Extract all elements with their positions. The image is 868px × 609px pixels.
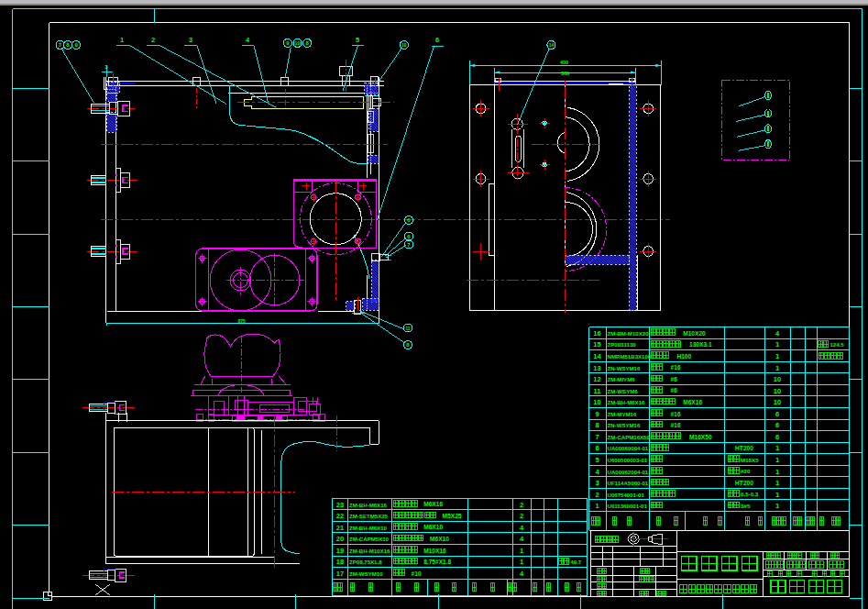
svg-text:8: 8 <box>595 421 599 429</box>
svg-text:23: 23 <box>336 501 344 509</box>
svg-text:1: 1 <box>775 364 779 372</box>
svg-text:1: 1 <box>775 444 779 452</box>
svg-text:#16: #16 <box>671 411 681 417</box>
svg-text:UA00062004-01: UA00062004-01 <box>608 469 649 475</box>
svg-text:6: 6 <box>435 36 439 44</box>
svg-text:49.7: 49.7 <box>571 559 582 565</box>
svg-text:1: 1 <box>775 468 779 476</box>
svg-text:M6X16: M6X16 <box>683 399 702 405</box>
svg-text:15: 15 <box>593 340 600 349</box>
svg-text:16: 16 <box>593 329 600 338</box>
svg-text:HT200: HT200 <box>735 480 753 486</box>
svg-text:6: 6 <box>775 410 779 418</box>
svg-text:10: 10 <box>774 387 781 395</box>
svg-text:5: 5 <box>595 456 599 464</box>
svg-text:6: 6 <box>595 444 599 452</box>
svg-text:360: 360 <box>561 71 569 76</box>
svg-text:8.75#X1.8: 8.75#X1.8 <box>423 559 451 565</box>
svg-text:1: 1 <box>775 491 779 499</box>
svg-text:10: 10 <box>295 41 301 46</box>
svg-text:6: 6 <box>775 421 779 429</box>
svg-text:11: 11 <box>405 327 410 331</box>
svg-text:1: 1 <box>775 352 779 360</box>
svg-text:13: 13 <box>593 364 600 372</box>
svg-text:1: 1 <box>520 558 523 566</box>
svg-text:3#5: 3#5 <box>741 503 751 509</box>
svg-text:6: 6 <box>775 433 779 441</box>
svg-text:H100: H100 <box>676 353 691 360</box>
svg-text:2: 2 <box>595 491 599 499</box>
svg-text:ZN-WSYM16: ZN-WSYM16 <box>608 422 641 428</box>
svg-text:1: 1 <box>775 456 779 464</box>
svg-text:1: 1 <box>595 502 599 510</box>
svg-text:HT200: HT200 <box>735 445 753 451</box>
svg-text:ZM-BH-M10X16: ZM-BH-M10X16 <box>349 548 390 554</box>
svg-text:ZP0031130: ZP0031130 <box>608 341 637 348</box>
svg-text:U600500003-01: U600500003-01 <box>608 457 648 463</box>
svg-text:2: 2 <box>151 36 155 44</box>
svg-text:21: 21 <box>336 524 344 532</box>
svg-text:9: 9 <box>595 410 599 418</box>
svg-text:U011360001-01: U011360001-01 <box>608 503 648 509</box>
svg-text:ZN-WSYM16: ZN-WSYM16 <box>608 365 641 371</box>
svg-text:11: 11 <box>594 387 601 395</box>
svg-text:ZM-SETM5X25: ZM-SETM5X25 <box>349 513 389 519</box>
svg-text:0.5-0.3: 0.5-0.3 <box>741 491 759 497</box>
svg-text:20: 20 <box>336 535 344 543</box>
svg-text:ZM-WSYM6: ZM-WSYM6 <box>608 388 639 394</box>
svg-text:875: 875 <box>238 318 247 324</box>
svg-text:1: 1 <box>775 340 779 349</box>
svg-text:ZM-WSYM10: ZM-WSYM10 <box>349 570 383 577</box>
svg-text:#10: #10 <box>412 570 422 577</box>
svg-text:ZP08.75X1.8: ZP08.75X1.8 <box>349 559 382 565</box>
svg-text:10: 10 <box>401 43 407 48</box>
svg-text:ZM-MIYM6: ZM-MIYM6 <box>608 376 636 382</box>
svg-text:#6: #6 <box>671 376 678 382</box>
svg-text:1: 1 <box>775 479 779 487</box>
svg-text:#20: #20 <box>741 468 751 474</box>
svg-text:17: 17 <box>336 570 344 578</box>
svg-text:M6X16: M6X16 <box>423 501 443 507</box>
svg-text:UA00069004-01: UA00069004-01 <box>608 445 649 451</box>
svg-text:ZM-BM-M10X20: ZM-BM-M10X20 <box>608 330 650 337</box>
svg-text:22: 22 <box>336 512 344 520</box>
svg-text:10: 10 <box>774 398 781 406</box>
svg-text:M10X20: M10X20 <box>683 330 706 337</box>
svg-text:5: 5 <box>356 36 359 44</box>
svg-text:14: 14 <box>593 352 601 360</box>
svg-text:3: 3 <box>595 479 599 487</box>
svg-text:M6X10: M6X10 <box>430 536 449 542</box>
svg-text:10: 10 <box>593 398 600 406</box>
svg-text:#16: #16 <box>671 422 681 428</box>
svg-text:14: 14 <box>549 43 555 48</box>
svg-text:10: 10 <box>774 375 781 383</box>
svg-text:7: 7 <box>595 433 599 441</box>
svg-text:M16X50: M16X50 <box>689 434 712 440</box>
svg-text:U06754001-01: U06754001-01 <box>608 492 645 498</box>
svg-text:1: 1 <box>120 36 124 44</box>
svg-text:2: 2 <box>520 512 523 520</box>
svg-text:124.5: 124.5 <box>830 342 845 348</box>
svg-text:M5X25: M5X25 <box>443 513 462 519</box>
svg-text:18: 18 <box>336 558 344 566</box>
svg-text:130X3.1: 130X3.1 <box>689 341 712 348</box>
svg-text:UF114A5060-01: UF114A5060-01 <box>608 480 649 486</box>
svg-text:400: 400 <box>560 60 568 65</box>
svg-text:NMRM51B3X100: NMRM51B3X100 <box>608 353 652 360</box>
svg-text:#6: #6 <box>671 387 678 393</box>
svg-text:ZM-CAPM16X50: ZM-CAPM16X50 <box>608 434 651 440</box>
svg-text:ZM-MYM16: ZM-MYM16 <box>608 411 637 417</box>
svg-text:1: 1 <box>775 502 779 510</box>
svg-text:M18X5: M18X5 <box>741 457 759 463</box>
svg-text:2: 2 <box>520 501 523 509</box>
svg-text:3: 3 <box>189 36 192 44</box>
svg-text:19: 19 <box>336 547 344 555</box>
svg-text:ZM-CAPM5X10: ZM-CAPM5X10 <box>349 536 390 542</box>
svg-text:ZM-BH-M6X16: ZM-BH-M6X16 <box>349 502 388 508</box>
svg-text:M6X10: M6X10 <box>423 524 443 530</box>
svg-text:#16: #16 <box>671 364 681 371</box>
svg-text:M10X16: M10X16 <box>423 548 446 554</box>
svg-text:1: 1 <box>520 547 523 555</box>
svg-text:ZM-BH-M6X10: ZM-BH-M6X10 <box>349 525 388 531</box>
svg-text:12: 12 <box>593 375 600 383</box>
